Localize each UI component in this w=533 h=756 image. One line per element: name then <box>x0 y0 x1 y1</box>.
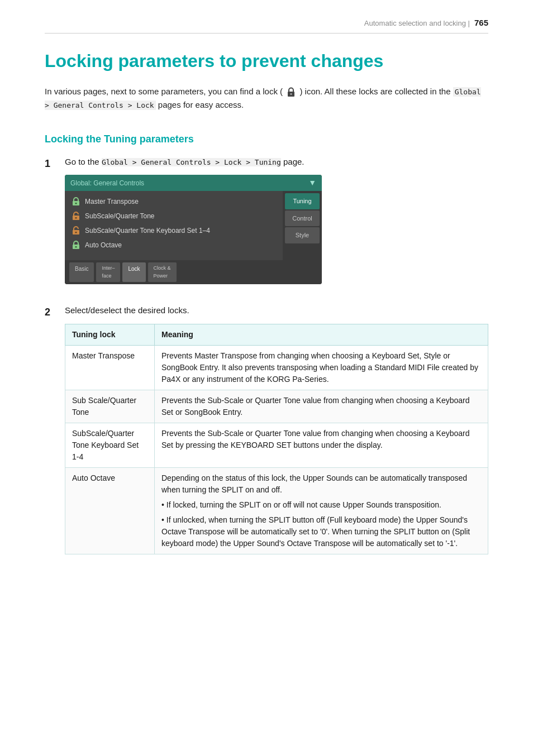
table-row: SubScale/Quarter Tone Keyboard Set 1-4 P… <box>65 423 488 467</box>
device-footer: Basic Inter– face Lock Clock & Power <box>65 260 322 284</box>
step-1-path: Global > General Controls > Lock > Tunin… <box>102 158 281 166</box>
footer-btn-lock[interactable]: Lock <box>122 262 145 282</box>
step-1: 1 Go to the Global > General Controls > … <box>45 156 488 295</box>
step-1-content: Go to the Global > General Controls > Lo… <box>65 156 488 295</box>
step-2-num: 2 <box>45 304 65 320</box>
intro-paragraph: In various pages, next to some parameter… <box>45 85 488 112</box>
sidebar-btn-style[interactable]: Style <box>285 227 320 243</box>
main-title: Locking parameters to prevent changes <box>45 50 488 71</box>
device-title: Global: General Controls <box>70 178 144 188</box>
step-2-content: Select/deselect the desired locks. Tunin… <box>65 304 488 554</box>
device-row-2-label: SubScale/Quarter Tone <box>85 211 155 221</box>
svg-rect-5 <box>75 217 77 219</box>
step-2-text: Select/deselect the desired locks. <box>65 304 488 317</box>
table-row: Auto Octave Depending on the status of t… <box>65 467 488 554</box>
device-mockup: Global: General Controls ▼ <box>65 175 322 284</box>
page-container: Automatic selection and locking | 765 Lo… <box>0 0 533 756</box>
device-row-1-label: Master Transpose <box>85 197 139 207</box>
device-titlebar: Global: General Controls ▼ <box>65 175 322 191</box>
step-1-suffix: page. <box>281 157 304 166</box>
lock-closed-icon-4 <box>72 241 80 250</box>
footer-btn-clock[interactable]: Clock & Power <box>148 262 177 282</box>
table-cell-lock-4: Auto Octave <box>65 467 155 554</box>
table-cell-lock-2: Sub Scale/Quarter Tone <box>65 390 155 423</box>
device-row-4: Auto Octave <box>72 240 276 250</box>
device-row-1: Master Transpose <box>72 197 276 207</box>
auto-octave-bullet-2: • If unlocked, when turning the SPLIT bu… <box>161 514 481 549</box>
device-body: Master Transpose Su <box>65 191 322 260</box>
table-cell-lock-3: SubScale/Quarter Tone Keyboard Set 1-4 <box>65 423 155 467</box>
footer-btn-interface[interactable]: Inter– face <box>96 262 120 282</box>
section-label: Automatic selection and locking <box>364 18 466 29</box>
device-row-4-label: Auto Octave <box>85 240 122 250</box>
step-2: 2 Select/deselect the desired locks. Tun… <box>45 304 488 554</box>
step-1-prefix: Go to the <box>65 157 102 166</box>
sidebar-btn-tuning[interactable]: Tuning <box>285 193 320 209</box>
header-separator: | <box>466 18 470 29</box>
table-cell-meaning-3: Prevents the Sub-Scale or Quarter Tone v… <box>155 423 488 467</box>
page-number: 765 <box>474 17 488 30</box>
svg-rect-9 <box>75 246 77 248</box>
intro-text2: ) icon. All these locks are collected in… <box>299 87 453 96</box>
table-cell-lock-1: Master Transpose <box>65 345 155 390</box>
sidebar-btn-control[interactable]: Control <box>285 210 320 227</box>
table-row: Master Transpose Prevents Master Transpo… <box>65 345 488 390</box>
lock-open-icon-2 <box>72 212 80 221</box>
table-cell-meaning-4: Depending on the status of this lock, th… <box>155 467 488 554</box>
device-row-3-label: SubScale/Quarter Tone Keyboard Set 1–4 <box>85 226 210 236</box>
lock-closed-icon-1 <box>72 197 80 206</box>
table-header-row: Tuning lock Meaning <box>65 324 488 345</box>
table-cell-meaning-2: Prevents the Sub-Scale or Quarter Tone v… <box>155 390 488 423</box>
step-1-num: 1 <box>45 156 65 171</box>
lock-icon-inline <box>286 87 296 97</box>
col-header-meaning: Meaning <box>155 324 488 345</box>
auto-octave-meaning-main: Depending on the status of this lock, th… <box>161 473 467 494</box>
intro-text3: pages for easy access. <box>156 100 244 109</box>
auto-octave-bullet-1: • If locked, turning the SPLIT on or off… <box>161 499 481 511</box>
section-tuning-title: Locking the Tuning parameters <box>45 132 488 147</box>
footer-btn-basic[interactable]: Basic <box>69 262 94 282</box>
svg-rect-7 <box>75 232 77 233</box>
col-header-lock: Tuning lock <box>65 324 155 345</box>
tuning-section: Locking the Tuning parameters 1 Go to th… <box>45 132 488 554</box>
page-header: Automatic selection and locking | 765 <box>45 17 488 34</box>
svg-rect-3 <box>75 203 77 204</box>
tuning-lock-table: Tuning lock Meaning Master Transpose Pre… <box>65 324 488 554</box>
device-sidebar: Tuning Control Style <box>283 191 322 260</box>
table-cell-meaning-1: Prevents Master Transpose from changing … <box>155 345 488 390</box>
svg-rect-1 <box>291 93 292 95</box>
device-main: Master Transpose Su <box>65 191 283 260</box>
step-1-text: Go to the Global > General Controls > Lo… <box>65 156 488 169</box>
device-row-3: SubScale/Quarter Tone Keyboard Set 1–4 <box>72 226 276 236</box>
device-row-2: SubScale/Quarter Tone <box>72 211 276 221</box>
intro-text1: In various pages, next to some parameter… <box>45 87 283 96</box>
device-arrow-icon: ▼ <box>308 177 316 189</box>
table-row: Sub Scale/Quarter Tone Prevents the Sub-… <box>65 390 488 423</box>
lock-open-icon-3 <box>72 226 80 235</box>
